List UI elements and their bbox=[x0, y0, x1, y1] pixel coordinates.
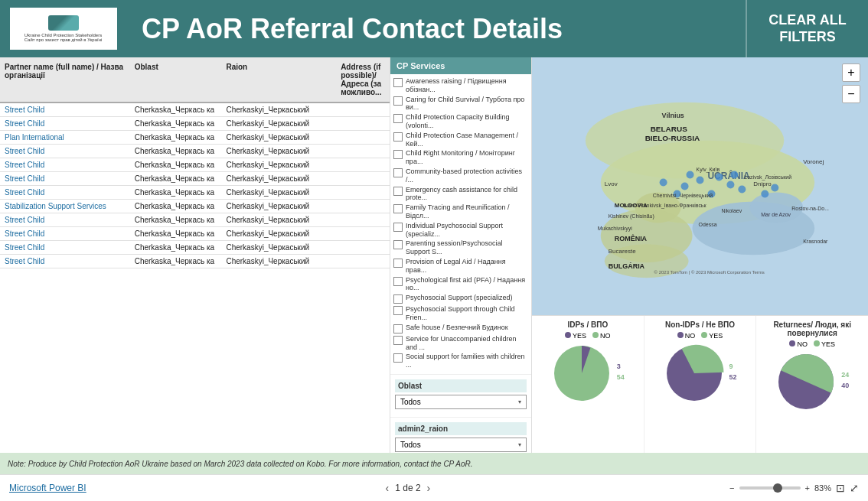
cp-service-item[interactable]: Family Tracing and Reunification / Відсл… bbox=[393, 203, 528, 220]
zoom-slider[interactable] bbox=[739, 486, 801, 490]
cp-service-item[interactable]: Social support for families with childre… bbox=[393, 353, 528, 369]
td-oblast: Cherkaska_Черкась ка bbox=[130, 227, 222, 240]
td-partner: Street Child bbox=[0, 255, 130, 268]
td-raion: Cherkaskyi_Черкаський bbox=[221, 213, 336, 226]
svg-text:Bucareste: Bucareste bbox=[609, 248, 636, 255]
cp-service-label: Child Right Monitoring / Моніторинг пра.… bbox=[406, 149, 528, 166]
cp-service-label: Awareness raising / Підвищення обізнан..… bbox=[406, 77, 528, 94]
map-zoom-out-button[interactable]: − bbox=[842, 85, 860, 103]
page-title: CP AoR Referral Contact Details bbox=[142, 13, 563, 45]
logo-image bbox=[48, 15, 79, 31]
cp-service-item[interactable]: Provision of Legal Aid / Надання прав... bbox=[393, 258, 528, 275]
cp-service-item[interactable]: Awareness raising / Підвищення обізнан..… bbox=[393, 77, 528, 94]
cp-service-checkbox[interactable] bbox=[393, 336, 403, 345]
svg-point-36 bbox=[687, 171, 694, 179]
svg-point-31 bbox=[738, 186, 746, 194]
idp-pie bbox=[551, 343, 612, 404]
table-row: Street Child Cherkaska_Черкась ка Cherka… bbox=[0, 241, 390, 255]
cp-service-item[interactable]: Caring for Child Survival / Турбота про … bbox=[393, 96, 528, 112]
cp-service-checkbox[interactable] bbox=[393, 259, 403, 268]
cp-service-item[interactable]: Parenting session/Psychosocial Support S… bbox=[393, 239, 528, 256]
cp-service-item[interactable]: Emergency cash assistance for child prot… bbox=[393, 186, 528, 203]
svg-point-26 bbox=[660, 179, 667, 187]
cp-service-label: Provision of Legal Aid / Надання прав... bbox=[406, 258, 528, 275]
cp-service-checkbox[interactable] bbox=[393, 78, 403, 87]
td-raion: Cherkaskyi_Черкаський bbox=[221, 117, 336, 130]
td-partner: Street Child bbox=[0, 241, 130, 254]
map-zoom-in-button[interactable]: + bbox=[842, 63, 860, 82]
cp-service-checkbox[interactable] bbox=[393, 204, 403, 213]
cp-service-item[interactable]: Child Protection Case Management / Кей..… bbox=[393, 132, 528, 148]
cp-service-checkbox[interactable] bbox=[393, 132, 403, 142]
td-address bbox=[336, 117, 390, 130]
cp-service-checkbox[interactable] bbox=[393, 324, 403, 333]
cp-service-item[interactable]: Individual Psychosocial Support (special… bbox=[393, 222, 528, 239]
cp-service-checkbox[interactable] bbox=[393, 150, 403, 159]
oblast-dropdown[interactable]: Todos ▾ bbox=[395, 395, 527, 409]
cp-service-label: Family Tracing and Reunification / Відсл… bbox=[406, 203, 528, 220]
prev-page-button[interactable]: ‹ bbox=[386, 482, 390, 494]
cp-service-checkbox[interactable] bbox=[393, 223, 403, 232]
charts-area: IDPs / ВПО YES NO bbox=[532, 315, 868, 453]
cp-service-item[interactable]: Service for Unaccompanied children and .… bbox=[393, 335, 528, 352]
cp-service-item[interactable]: Child Right Monitoring / Моніторинг пра.… bbox=[393, 149, 528, 166]
cp-service-label: Child Protection Case Management / Кей..… bbox=[406, 132, 528, 148]
cp-service-checkbox[interactable] bbox=[393, 306, 403, 315]
td-oblast: Cherkaska_Черкась ка bbox=[130, 186, 222, 199]
svg-text:Mukachivskyyi: Mukachivskyyi bbox=[598, 226, 632, 232]
zoom-plus[interactable]: + bbox=[805, 483, 810, 493]
cp-service-checkbox[interactable] bbox=[393, 240, 403, 249]
cp-service-checkbox[interactable] bbox=[393, 277, 403, 286]
td-oblast: Cherkaska_Черкась ка bbox=[130, 200, 222, 213]
cp-service-checkbox[interactable] bbox=[393, 353, 403, 363]
zoom-value: 83% bbox=[814, 483, 831, 493]
cp-service-item[interactable]: Psychosocial Support through Child Frien… bbox=[393, 305, 528, 322]
table-row: Street Child Cherkaska_Черкась ка Cherka… bbox=[0, 117, 390, 131]
raion-filter-label: admin2_raion bbox=[395, 422, 527, 435]
powerbi-link[interactable]: Microsoft Power BI bbox=[9, 483, 86, 493]
idp-chart-title: IDPs / ВПО bbox=[567, 320, 608, 329]
next-page-button[interactable]: › bbox=[427, 482, 431, 494]
cp-service-checkbox[interactable] bbox=[393, 96, 403, 106]
cp-service-item[interactable]: Psychosocial Support (specialized) bbox=[393, 294, 528, 304]
map-controls: + − bbox=[842, 63, 860, 103]
footer-note: Note: Produce by Child Protection AoR Uk… bbox=[8, 460, 473, 468]
zoom-bar: − + 83% ⊡ ⤢ bbox=[729, 482, 859, 494]
cp-service-item[interactable]: Child Protection Capacity Building (volo… bbox=[393, 113, 528, 130]
raion-dropdown[interactable]: Todos ▾ bbox=[395, 438, 527, 452]
zoom-thumb bbox=[773, 483, 782, 493]
clear-all-filters-button[interactable]: CLEAR ALL FILTERS bbox=[755, 12, 860, 45]
svg-point-29 bbox=[715, 174, 723, 181]
td-partner: Street Child bbox=[0, 186, 130, 199]
col-partner: Partner name (full name) / Назва організ… bbox=[0, 60, 130, 99]
svg-text:Kyiv_Київ: Kyiv_Київ bbox=[697, 167, 720, 173]
fullscreen-icon[interactable]: ⤢ bbox=[850, 482, 859, 494]
svg-point-32 bbox=[761, 190, 768, 197]
oblast-filter-label: Oblast bbox=[395, 379, 527, 392]
svg-text:Mar de Azov: Mar de Azov bbox=[761, 212, 791, 217]
td-partner: Street Child bbox=[0, 103, 130, 116]
td-raion: Cherkaskyi_Черкаський bbox=[221, 131, 336, 144]
cp-service-item[interactable]: Psychological first aid (PFA) / Надання … bbox=[393, 276, 528, 293]
td-raion: Cherkaskyi_Черкаський bbox=[221, 103, 336, 116]
cp-service-checkbox[interactable] bbox=[393, 114, 403, 123]
cp-service-checkbox[interactable] bbox=[393, 294, 403, 304]
cp-service-item[interactable]: Safe house / Безпечний Будинок bbox=[393, 324, 528, 333]
cp-service-checkbox[interactable] bbox=[393, 187, 403, 196]
cp-service-item[interactable]: Community-based protection activities /.… bbox=[393, 168, 528, 184]
td-address bbox=[336, 145, 390, 158]
page-total: 2 bbox=[416, 483, 421, 493]
clear-filters-area[interactable]: CLEAR ALL FILTERS bbox=[746, 0, 868, 57]
svg-text:Kishinev (Chisinãu): Kishinev (Chisinãu) bbox=[609, 213, 654, 220]
fit-page-icon[interactable]: ⊡ bbox=[836, 482, 845, 494]
cp-service-checkbox[interactable] bbox=[393, 168, 403, 177]
zoom-minus[interactable]: − bbox=[729, 483, 734, 493]
td-raion: Cherkaskyi_Черкаський bbox=[221, 241, 336, 254]
idp-chart: IDPs / ВПО YES NO bbox=[532, 316, 644, 453]
svg-text:BULGÁRIA: BULGÁRIA bbox=[609, 262, 645, 270]
svg-text:Odessa: Odessa bbox=[699, 222, 717, 227]
td-raion: Cherkaskyi_Черкаський bbox=[221, 227, 336, 240]
idp-chart-inner: 3 54 bbox=[551, 343, 625, 404]
svg-text:Krasnodar: Krasnodar bbox=[803, 239, 828, 244]
td-address bbox=[336, 158, 390, 171]
